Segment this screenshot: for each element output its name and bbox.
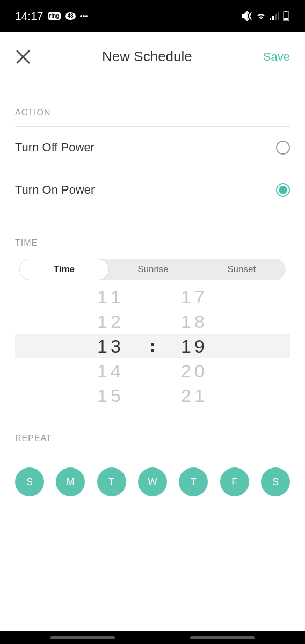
- svg-rect-2: [275, 14, 277, 20]
- svg-rect-0: [270, 18, 271, 20]
- repeat-days-row: S M T W T F S: [15, 467, 290, 496]
- day-friday[interactable]: F: [220, 467, 249, 496]
- hour-item: 12: [89, 309, 132, 334]
- mute-icon: [242, 11, 252, 21]
- svg-rect-6: [284, 18, 288, 20]
- system-nav-bar: [0, 631, 305, 644]
- navbar: New Schedule Save: [0, 32, 305, 78]
- radio-on[interactable]: [276, 183, 290, 197]
- save-button[interactable]: Save: [263, 50, 290, 64]
- time-mode-segmented: Time Sunrise Sunset: [19, 259, 286, 280]
- option-label-on: Turn On Power: [15, 183, 95, 197]
- minute-item: 20: [173, 358, 216, 383]
- page-title: New Schedule: [102, 48, 192, 65]
- close-button[interactable]: [15, 49, 31, 65]
- more-dots-icon: •••: [80, 12, 88, 20]
- ring-badge: ring: [48, 12, 61, 20]
- option-label-off: Turn Off Power: [15, 141, 95, 155]
- radio-off[interactable]: [276, 141, 290, 155]
- svg-rect-3: [278, 12, 279, 20]
- action-section-label: ACTION: [15, 108, 290, 127]
- time-section-label: TIME: [15, 238, 290, 259]
- count-badge: 48: [65, 12, 75, 20]
- day-sunday[interactable]: S: [15, 467, 44, 496]
- svg-rect-5: [285, 11, 287, 12]
- wifi-icon: [256, 12, 266, 20]
- segment-time[interactable]: Time: [19, 259, 109, 280]
- hour-column[interactable]: 11 12 13 14 15: [89, 284, 132, 408]
- system-nav-pill[interactable]: [50, 636, 115, 639]
- status-time: 14:17: [15, 10, 43, 23]
- minute-item-selected: 19: [173, 334, 216, 358]
- day-thursday[interactable]: T: [179, 467, 208, 496]
- segment-sunrise[interactable]: Sunrise: [109, 259, 198, 280]
- close-icon: [15, 49, 31, 65]
- time-picker[interactable]: 11 12 13 14 15 : 17 18 19 20 21: [15, 284, 290, 408]
- svg-rect-1: [272, 16, 274, 20]
- status-bar: 14:17 ring 48 •••: [0, 0, 305, 32]
- day-saturday[interactable]: S: [261, 467, 290, 496]
- status-right: [242, 11, 290, 21]
- status-left: 14:17 ring 48 •••: [15, 10, 88, 23]
- day-monday[interactable]: M: [56, 467, 85, 496]
- minute-column[interactable]: 17 18 19 20 21: [173, 284, 216, 408]
- hour-item: 15: [89, 383, 132, 408]
- time-separator: :: [147, 337, 158, 355]
- hour-item-selected: 13: [89, 334, 132, 358]
- hour-item: 14: [89, 358, 132, 383]
- system-nav-pill[interactable]: [190, 636, 255, 639]
- signal-icon: [270, 12, 279, 20]
- repeat-section-label: REPEAT: [15, 434, 290, 451]
- day-wednesday[interactable]: W: [138, 467, 167, 496]
- hour-item: 11: [89, 284, 132, 309]
- minute-item: 17: [173, 284, 216, 309]
- option-turn-off-power[interactable]: Turn Off Power: [15, 127, 290, 169]
- battery-icon: [282, 11, 290, 21]
- option-turn-on-power[interactable]: Turn On Power: [15, 169, 290, 211]
- segment-sunset[interactable]: Sunset: [197, 259, 286, 280]
- minute-item: 21: [173, 383, 216, 408]
- minute-item: 18: [173, 309, 216, 334]
- day-tuesday[interactable]: T: [97, 467, 126, 496]
